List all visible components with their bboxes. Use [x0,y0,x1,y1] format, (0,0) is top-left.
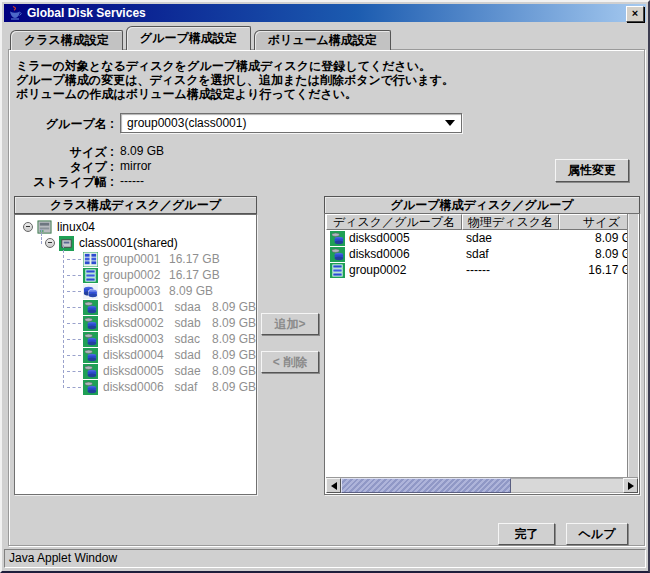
column-header-2[interactable]: サイズ [559,214,628,230]
java-cup-icon [8,6,22,20]
tree-connector [67,387,81,388]
tree-connector [67,323,81,324]
tree-item-label: disksd0001 [103,300,175,314]
tree-item-size: 8.09 GB [212,348,256,362]
tree-item-disksd0005[interactable]: disksd0005sdae8.09 GB [15,363,256,379]
row-physical-disk: sdae [462,231,559,245]
tree-item-size: 8.09 GB [212,300,256,314]
size-value: 8.09 GB [120,144,164,158]
column-header-1[interactable]: 物理ディスク名 [462,214,559,230]
table-header-row: ディスク／グループ名物理ディスク名サイズ [326,214,628,230]
row-size: 8.09 GB [559,231,628,245]
tree-item-group0003[interactable]: group00038.09 GB [15,283,256,299]
group-config-panel: グループ構成ディスク／グループ ディスク／グループ名物理ディスク名サイズ dis… [324,196,640,495]
disk-icon [83,316,98,331]
scroll-left-button[interactable] [326,478,341,493]
group-mirror-icon [83,284,98,299]
tree-item-size: 8.09 GB [212,364,256,378]
tree-connector [67,355,81,356]
group-blue-icon [83,252,98,267]
disk-icon [83,364,98,379]
remove-button[interactable]: < 削除 [261,351,319,373]
row-physical-disk: sdaf [462,247,559,261]
stripe-width-value: ------ [120,174,144,188]
tree-connector [67,307,81,308]
tree-item-disksd0006[interactable]: disksd0006sdaf8.09 GB [15,379,256,395]
tree-item-disksd0003[interactable]: disksd0003sdac8.09 GB [15,331,256,347]
scrollbar-thumb[interactable] [341,478,511,493]
change-attributes-button[interactable]: 属性変更 [555,159,629,182]
group-green-icon [83,268,98,283]
tree-item-label: class0001(shared) [79,236,178,250]
global-disk-services-window: Global Disk Services × クラス構成設定 グループ構成設定 … [0,0,650,573]
host-icon [37,220,52,235]
scroll-right-button[interactable] [623,478,638,493]
table-row-disksd0005[interactable]: disksd0005sdae8.09 GB [326,230,628,246]
row-physical-disk: ------ [462,263,559,277]
tree-item-label: disksd0003 [103,332,175,346]
tree-item-class0001(shared)[interactable]: class0001(shared) [15,235,256,251]
scrollbar-track[interactable] [511,478,623,493]
tree-item-size: 8.09 GB [212,332,256,346]
horizontal-scrollbar[interactable] [326,477,638,493]
tree-connector [67,275,81,276]
disk-icon [83,348,98,363]
class-config-tree: linux04class0001(shared)group000116.17 G… [15,215,256,494]
class-config-panel-title: クラス構成ディスク／グループ [14,196,257,214]
tree-guide-line [63,245,64,388]
status-bar: Java Applet Window [4,549,646,568]
tree-item-physical-disk: sdaa [175,300,212,314]
column-header-0[interactable]: ディスク／グループ名 [326,214,462,230]
table-row-group0002[interactable]: group0002------16.17 GB [326,262,628,278]
tree-expand-handle-icon[interactable] [23,222,33,232]
tree-item-label: disksd0004 [103,348,175,362]
tree-connector [67,371,81,372]
table-row-disksd0006[interactable]: disksd0006sdaf8.09 GB [326,246,628,262]
tree-expand-handle-icon[interactable] [45,238,55,248]
tree-item-disksd0002[interactable]: disksd0002sdab8.09 GB [15,315,256,331]
tree-item-size: 8.09 GB [169,284,213,298]
row-name: disksd0006 [349,247,410,261]
group-green-icon [330,263,345,278]
add-button[interactable]: 追加> [261,313,319,335]
tree-item-group0001[interactable]: group000116.17 GB [15,251,256,267]
tree-connector [67,259,81,260]
tab-volume-config[interactable]: ボリューム構成設定 [254,30,391,50]
disk-icon [83,300,98,315]
tree-item-size: 8.09 GB [212,380,256,394]
close-icon[interactable]: × [626,6,644,22]
vertical-scrollbar-track[interactable] [627,214,638,478]
group-name-label: グループ名 : [2,116,114,133]
row-size: 16.17 GB [559,263,628,277]
done-button[interactable]: 完了 [498,523,555,545]
tab-group-config[interactable]: グループ構成設定 [126,26,251,50]
row-name: group0002 [349,263,406,277]
chevron-down-icon [445,120,455,126]
group-name-select[interactable]: group0003(class0001) [120,113,462,133]
arrow-right-icon [628,482,634,490]
tree-item-disksd0004[interactable]: disksd0004sdad8.09 GB [15,347,256,363]
tree-item-label: group0003 [103,284,169,298]
instruction-line: ボリュームの作成はボリューム構成設定より行ってください。 [16,86,636,103]
tree-guide-line [41,229,42,244]
tree-item-label: disksd0005 [103,364,175,378]
group-config-table-viewport: ディスク／グループ名物理ディスク名サイズ disksd0005sdae8.09 … [326,214,628,478]
tree-item-size: 8.09 GB [212,316,256,330]
tab-class-config[interactable]: クラス構成設定 [10,30,123,50]
disk-icon [83,380,98,395]
tab-bar: クラス構成設定 グループ構成設定 ボリューム構成設定 [10,27,394,50]
tree-item-label: group0002 [103,268,169,282]
tree-item-physical-disk: sdae [175,364,212,378]
group-config-panel-title: グループ構成ディスク／グループ [324,196,640,214]
tree-item-label: disksd0006 [103,380,175,394]
tree-connector [67,291,81,292]
tree-item-group0002[interactable]: group000216.17 GB [15,267,256,283]
help-button[interactable]: ヘルプ [566,523,628,545]
tree-item-disksd0001[interactable]: disksd0001sdaa8.09 GB [15,299,256,315]
tree-item-size: 16.17 GB [169,268,220,282]
tree-item-physical-disk: sdab [175,316,212,330]
title-bar: Global Disk Services × [4,4,646,22]
tree-item-label: disksd0002 [103,316,175,330]
tree-item-linux04[interactable]: linux04 [15,219,256,235]
row-name: disksd0005 [349,231,410,245]
